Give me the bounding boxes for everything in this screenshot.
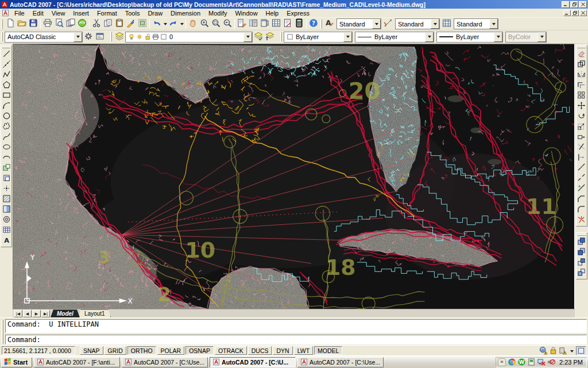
plot-button[interactable] <box>42 18 53 30</box>
layer-on-icon[interactable] <box>128 33 136 41</box>
join-button[interactable] <box>577 184 587 194</box>
start-button[interactable]: Start <box>1 357 32 367</box>
toolbar-grip[interactable] <box>1 32 3 41</box>
menu-item[interactable]: Format <box>93 9 121 17</box>
insert-block-button[interactable] <box>1 163 11 174</box>
menu-item[interactable]: Edit <box>29 9 48 17</box>
my-workspace-button[interactable] <box>94 31 106 43</box>
paste-button[interactable] <box>114 18 125 30</box>
designcenter-button[interactable] <box>247 18 259 30</box>
coordinates-display[interactable]: 21.5661, 2.1217 , 0.0000 <box>2 346 75 355</box>
fillet-button[interactable] <box>577 205 587 215</box>
menu-item[interactable]: Tools <box>121 9 144 17</box>
undo-button[interactable] <box>151 18 163 30</box>
menu-item[interactable]: Draw <box>144 9 167 17</box>
region-button[interactable] <box>1 215 11 225</box>
ducs-toggle[interactable]: DUCS <box>248 346 272 355</box>
block-editor-button[interactable] <box>137 18 148 30</box>
style-dropdown[interactable]: Standard <box>395 18 440 29</box>
lineweight-dropdown[interactable]: ByLayer <box>436 32 503 43</box>
dropdown-arrow-icon[interactable] <box>425 32 434 42</box>
network-disconnected-icon[interactable] <box>537 358 546 366</box>
close-button[interactable] <box>579 1 587 8</box>
toolbar-grip[interactable] <box>110 32 112 41</box>
workspace-settings-button[interactable] <box>83 31 94 43</box>
table-button[interactable] <box>1 225 11 236</box>
help-button[interactable]: ? <box>308 18 319 30</box>
command-history[interactable]: Command: U INTELLIPAN <box>5 319 587 333</box>
mirror-button[interactable] <box>577 70 587 80</box>
tool-palettes-button[interactable] <box>259 18 270 30</box>
workspace-dropdown[interactable]: AutoCAD Classic <box>5 32 83 43</box>
toolbar-lock-icon[interactable] <box>549 346 558 355</box>
trim-button[interactable] <box>577 143 587 153</box>
toolbar-grip[interactable] <box>578 234 586 236</box>
clean-screen-button[interactable] <box>576 346 586 355</box>
multiline-text-button[interactable]: A <box>1 236 11 246</box>
color-dropdown[interactable]: ByLayer <box>284 32 353 43</box>
grid-toggle[interactable]: GRID <box>105 346 126 355</box>
properties-button[interactable] <box>236 18 247 30</box>
osnap-toggle[interactable]: OSNAP <box>185 346 214 355</box>
menu-item[interactable]: Express <box>283 9 314 17</box>
rotate-button[interactable] <box>577 112 587 122</box>
move-button[interactable] <box>577 101 587 112</box>
extend-button[interactable] <box>577 153 587 163</box>
taskbar-window-button[interactable]: AutoCAD 2007 - [C:\U... <box>210 357 296 367</box>
save-button[interactable] <box>28 18 39 30</box>
layer-plot-icon[interactable] <box>152 33 160 41</box>
menu-item[interactable]: Insert <box>69 9 93 17</box>
tray-overflow-button[interactable]: « <box>498 358 506 366</box>
new-button[interactable] <box>5 18 16 30</box>
circle-button[interactable] <box>1 112 11 122</box>
copy-object-button[interactable] <box>577 60 587 70</box>
gradient-button[interactable] <box>1 205 11 215</box>
array-button[interactable] <box>577 91 587 101</box>
layer-color-swatch[interactable] <box>160 33 168 41</box>
revision-cloud-button[interactable] <box>1 122 11 132</box>
make-object-layer-current-button[interactable] <box>253 31 264 43</box>
menu-item[interactable]: Modify <box>204 9 231 17</box>
chamfer-button[interactable] <box>577 194 587 205</box>
polygon-button[interactable] <box>1 80 11 91</box>
linetype-dropdown[interactable]: ByLayer <box>355 32 434 43</box>
rectangle-button[interactable] <box>1 91 11 101</box>
doc-restore-button[interactable] <box>571 10 579 16</box>
layer-freeze-icon[interactable] <box>136 33 144 41</box>
tab-model[interactable]: Model <box>51 309 80 317</box>
tab-next-button[interactable]: ▶ <box>32 310 41 317</box>
taskbar-window-button[interactable]: AutoCAD 2007 - [C:\Use... <box>297 357 384 367</box>
open-button[interactable] <box>16 18 28 30</box>
scale-button[interactable] <box>577 122 587 132</box>
dropdown-arrow-icon[interactable] <box>243 32 252 42</box>
publish-button[interactable] <box>65 18 76 30</box>
command-input[interactable]: Command: <box>5 335 587 344</box>
spline-button[interactable] <box>1 132 11 143</box>
cut-button[interactable] <box>91 18 102 30</box>
dropdown-arrow-icon[interactable] <box>431 19 439 29</box>
offset-button[interactable] <box>577 80 587 91</box>
menu-item[interactable]: Window <box>231 9 261 17</box>
menu-item[interactable]: Dimension <box>167 9 204 17</box>
arc-button[interactable] <box>1 101 11 112</box>
sheet-set-manager-button[interactable] <box>270 18 282 30</box>
ellipse-arc-button[interactable] <box>1 153 11 163</box>
toolbar-grip[interactable] <box>578 47 586 48</box>
3d-dwf-button[interactable] <box>76 18 88 30</box>
dropdown-arrow-icon[interactable] <box>489 19 498 29</box>
zoom-window-button[interactable] <box>210 18 222 30</box>
menu-item[interactable]: View <box>48 9 69 17</box>
menu-item[interactable]: File <box>10 9 29 17</box>
minimize-button[interactable] <box>562 1 570 8</box>
status-tray-arrow-icon[interactable] <box>570 350 574 354</box>
device-tray-icon[interactable] <box>527 358 536 366</box>
taskbar-window-button[interactable]: AutoCAD 2007 - [F:\anti... <box>34 357 120 367</box>
layer-dropdown[interactable]: 0 <box>125 32 253 43</box>
quickcalc-button[interactable] <box>293 18 305 30</box>
plot-preview-button[interactable] <box>53 18 65 30</box>
doc-close-button[interactable] <box>579 10 587 16</box>
ortho-toggle[interactable]: ORTHO <box>127 346 156 355</box>
pan-realtime-button[interactable] <box>187 18 199 30</box>
w-app-tray-icon[interactable]: W <box>517 358 526 366</box>
layer-previous-button[interactable] <box>264 31 276 43</box>
